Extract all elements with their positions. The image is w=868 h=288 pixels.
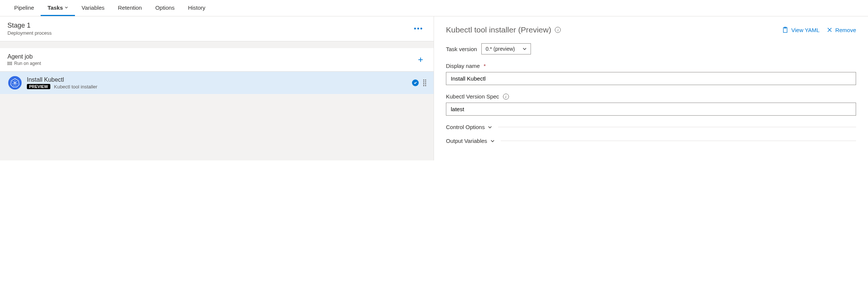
chevron-down-icon: [490, 139, 495, 143]
display-name-input[interactable]: [446, 72, 856, 85]
task-info: Install Kubectl PREVIEW Kubectl tool ins…: [27, 76, 407, 90]
tab-tasks[interactable]: Tasks: [41, 0, 75, 16]
stage-block[interactable]: Stage 1 Deployment process •••: [0, 16, 434, 41]
tab-retention[interactable]: Retention: [111, 0, 148, 16]
chevron-down-icon: [65, 6, 68, 9]
task-row[interactable]: Install Kubectl PREVIEW Kubectl tool ins…: [0, 72, 434, 94]
add-task-button[interactable]: +: [415, 54, 426, 65]
svg-rect-2: [7, 64, 12, 65]
stage-text: Stage 1 Deployment process: [7, 22, 52, 36]
tab-variables[interactable]: Variables: [75, 0, 111, 16]
check-icon: [412, 79, 419, 86]
clipboard-icon: [782, 27, 788, 33]
svg-rect-1: [7, 63, 12, 64]
job-title: Agent job: [7, 53, 41, 60]
task-sub-row: PREVIEW Kubectl tool installer: [27, 84, 407, 90]
drag-handle-icon[interactable]: [423, 79, 426, 86]
chevron-down-icon: [522, 47, 527, 51]
version-spec-label-row: Kubectl Version Spec i: [446, 93, 856, 100]
remove-label: Remove: [835, 27, 856, 33]
server-icon: [7, 62, 12, 65]
version-spec-label: Kubectl Version Spec: [446, 93, 499, 100]
remove-button[interactable]: Remove: [827, 27, 856, 33]
task-actions: [412, 79, 426, 86]
job-block[interactable]: Agent job Run on agent +: [0, 48, 434, 72]
info-icon[interactable]: i: [503, 94, 509, 100]
required-marker: *: [484, 63, 486, 69]
stage-title: Stage 1: [7, 22, 52, 29]
svg-line-11: [13, 81, 15, 83]
job-subtitle: Run on agent: [14, 61, 41, 66]
job-subtitle-row: Run on agent: [7, 61, 41, 66]
panel-title: Kubectl tool installer (Preview): [446, 25, 551, 34]
right-panel: Kubectl tool installer (Preview) i View …: [434, 16, 868, 160]
tab-pipeline[interactable]: Pipeline: [7, 0, 41, 16]
job-text: Agent job Run on agent: [7, 53, 41, 66]
task-version-value: 0.* (preview): [485, 46, 515, 52]
svg-rect-0: [7, 62, 12, 63]
divider: [501, 141, 856, 141]
tab-tasks-label: Tasks: [47, 4, 63, 11]
tab-history[interactable]: History: [181, 0, 212, 16]
task-title: Install Kubectl: [27, 76, 407, 83]
version-spec-group: Kubectl Version Spec i: [446, 93, 856, 116]
left-panel: Stage 1 Deployment process ••• Agent job…: [0, 16, 434, 160]
stage-subtitle: Deployment process: [7, 30, 52, 36]
display-name-label: Display name: [446, 63, 480, 69]
output-variables-section[interactable]: Output Variables: [446, 138, 856, 144]
panel-actions: View YAML Remove: [782, 27, 856, 33]
panel-title-row: Kubectl tool installer (Preview) i: [446, 25, 561, 34]
close-icon: [827, 27, 832, 32]
control-options-label: Control Options: [446, 124, 485, 130]
more-menu-button[interactable]: •••: [411, 24, 426, 34]
display-name-label-row: Display name *: [446, 63, 856, 69]
divider: [498, 127, 856, 127]
task-version-select[interactable]: 0.* (preview): [481, 43, 531, 54]
main-layout: Stage 1 Deployment process ••• Agent job…: [0, 16, 868, 160]
preview-badge: PREVIEW: [27, 84, 50, 89]
tab-options[interactable]: Options: [148, 0, 181, 16]
tabs-bar: Pipeline Tasks Variables Retention Optio…: [0, 0, 868, 16]
task-version-row: Task version 0.* (preview): [446, 43, 856, 54]
svg-line-6: [15, 81, 18, 83]
view-yaml-label: View YAML: [791, 27, 820, 33]
version-spec-input[interactable]: [446, 103, 856, 116]
panel-header: Kubectl tool installer (Preview) i View …: [446, 25, 856, 34]
info-icon[interactable]: i: [555, 27, 561, 33]
chevron-down-icon: [488, 125, 492, 129]
control-options-section[interactable]: Control Options: [446, 124, 856, 130]
task-description: Kubectl tool installer: [54, 84, 97, 90]
display-name-group: Display name *: [446, 63, 856, 85]
output-variables-label: Output Variables: [446, 138, 487, 144]
view-yaml-button[interactable]: View YAML: [782, 27, 820, 33]
kubernetes-icon: [8, 76, 22, 90]
task-version-label: Task version: [446, 46, 477, 52]
